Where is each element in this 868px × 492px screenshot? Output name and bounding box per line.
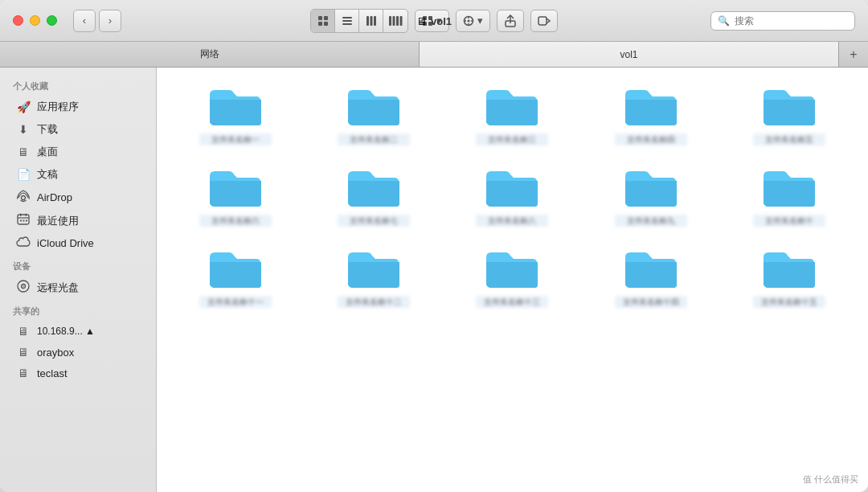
- file-item[interactable]: 文件夹名称十: [727, 165, 852, 227]
- file-item[interactable]: 文件夹名称六: [173, 165, 298, 227]
- file-item[interactable]: 文件夹名称十五: [727, 246, 852, 308]
- view-gallery-button[interactable]: [383, 10, 407, 32]
- svg-rect-7: [366, 16, 369, 26]
- svg-point-19: [468, 19, 470, 22]
- tag-button[interactable]: [530, 10, 558, 32]
- file-item[interactable]: 文件夹名称十二: [311, 246, 436, 308]
- sidebar-item-label: 下载: [37, 122, 58, 137]
- sidebar-item-documents[interactable]: 📄 文稿: [3, 163, 153, 186]
- file-label: 文件夹名称十四: [615, 296, 687, 308]
- svg-rect-11: [393, 16, 395, 26]
- view-grid-button[interactable]: [311, 10, 335, 32]
- minimize-button[interactable]: [30, 15, 40, 26]
- svg-rect-4: [342, 17, 352, 18]
- file-item[interactable]: 文件夹名称一: [173, 84, 298, 146]
- main-area: 个人收藏 🚀 应用程序 ⬇ 下载 🖥 桌面 📄 文稿: [0, 68, 868, 492]
- svg-rect-12: [396, 16, 399, 26]
- recents-icon: [16, 213, 31, 228]
- file-label: 文件夹名称九: [615, 215, 687, 227]
- toolbar-center: ▾ ▾: [310, 9, 558, 33]
- svg-rect-17: [428, 22, 432, 26]
- file-label: 文件夹名称十二: [338, 296, 410, 308]
- search-input[interactable]: [735, 15, 848, 27]
- sidebar-item-airdrop[interactable]: AirDrop: [3, 186, 153, 209]
- view-list-button[interactable]: [335, 10, 359, 32]
- file-item[interactable]: 文件夹名称三: [449, 84, 575, 146]
- search-box[interactable]: 🔍: [710, 11, 855, 31]
- sidebar-item-label: 应用程序: [37, 100, 79, 114]
- svg-rect-0: [318, 16, 322, 20]
- sidebar-item-label: 桌面: [37, 145, 58, 159]
- file-label: 文件夹名称五: [753, 133, 825, 146]
- remote-disk-icon: [16, 280, 31, 295]
- tab-network[interactable]: 网络: [0, 42, 420, 67]
- file-label: 文件夹名称十一: [199, 296, 272, 308]
- sidebar-item-label: 10.168.9... ▲: [37, 326, 95, 337]
- svg-rect-1: [324, 16, 328, 20]
- file-item[interactable]: 文件夹名称九: [588, 165, 714, 227]
- file-label: 文件夹名称一: [199, 133, 272, 146]
- file-item[interactable]: 文件夹名称十三: [449, 246, 575, 308]
- nav-buttons: ‹ ›: [73, 10, 121, 32]
- sidebar-item-label: teclast: [37, 367, 68, 379]
- sidebar-item-label: AirDrop: [37, 191, 72, 203]
- sidebar-item-desktop[interactable]: 🖥 桌面: [3, 141, 153, 163]
- svg-rect-3: [324, 22, 328, 26]
- svg-rect-15: [428, 16, 432, 20]
- action-chevron-icon: ▾: [477, 14, 483, 27]
- file-label: 文件夹名称二: [338, 133, 410, 146]
- svg-point-26: [22, 196, 26, 200]
- sidebar-item-shared3[interactable]: 🖥 teclast: [3, 363, 153, 383]
- tab-network-label: 网络: [200, 47, 219, 61]
- svg-rect-10: [389, 16, 391, 26]
- file-item[interactable]: 文件夹名称七: [311, 165, 436, 227]
- file-label: 文件夹名称八: [476, 215, 548, 227]
- sidebar-item-downloads[interactable]: ⬇ 下载: [3, 118, 153, 141]
- tab-vol1[interactable]: vol1: [420, 42, 839, 67]
- sidebar-item-icloud[interactable]: iCloud Drive: [3, 232, 153, 254]
- maximize-button[interactable]: [47, 15, 57, 26]
- sidebar-item-shared2[interactable]: 🖥 oraybox: [3, 342, 153, 363]
- svg-rect-31: [20, 220, 22, 222]
- sidebar-item-remote-disk[interactable]: 远程光盘: [3, 276, 153, 299]
- svg-rect-29: [26, 214, 27, 217]
- view-buttons: [310, 9, 408, 33]
- file-item[interactable]: 文件夹名称十四: [588, 246, 714, 308]
- svg-rect-5: [342, 20, 352, 22]
- view-options-dropdown[interactable]: ▾: [415, 10, 449, 32]
- sidebar-item-label: 最近使用: [37, 214, 79, 228]
- sidebar-item-shared1[interactable]: 🖥 10.168.9... ▲: [3, 321, 153, 342]
- airdrop-icon: [16, 190, 31, 205]
- chevron-down-icon: ▾: [436, 14, 442, 27]
- file-item[interactable]: 文件夹名称五: [727, 84, 852, 146]
- svg-point-36: [23, 285, 24, 287]
- watermark: 值 什么值得买: [803, 474, 858, 486]
- tab-add-button[interactable]: +: [839, 42, 868, 67]
- desktop-icon: 🖥: [16, 146, 31, 158]
- file-item[interactable]: 文件夹名称四: [588, 84, 714, 146]
- sidebar-item-recents[interactable]: 最近使用: [3, 209, 153, 232]
- share-button[interactable]: [497, 10, 524, 32]
- svg-rect-33: [26, 220, 27, 222]
- action-dropdown[interactable]: ▾: [456, 10, 490, 32]
- file-label: 文件夹名称十: [753, 215, 825, 227]
- svg-rect-25: [538, 17, 547, 25]
- sidebar-item-label: 文稿: [37, 167, 58, 182]
- sidebar-section-personal: 个人收藏: [0, 74, 156, 96]
- svg-rect-6: [342, 23, 352, 25]
- view-columns-button[interactable]: [359, 10, 383, 32]
- file-item[interactable]: 文件夹名称十一: [173, 246, 298, 308]
- sidebar-item-applications[interactable]: 🚀 应用程序: [3, 96, 153, 118]
- svg-rect-9: [374, 16, 376, 26]
- close-button[interactable]: [13, 15, 23, 26]
- back-icon: ‹: [83, 14, 86, 27]
- sidebar: 个人收藏 🚀 应用程序 ⬇ 下载 🖥 桌面 📄 文稿: [0, 68, 157, 492]
- file-grid: 文件夹名称一 文件夹名称二 文件夹名称三: [173, 84, 852, 308]
- svg-rect-8: [370, 16, 372, 26]
- file-item[interactable]: 文件夹名称二: [311, 84, 436, 146]
- back-button[interactable]: ‹: [73, 10, 96, 32]
- svg-rect-14: [423, 16, 427, 20]
- file-item[interactable]: 文件夹名称八: [449, 165, 575, 227]
- file-label: 文件夹名称四: [615, 133, 687, 146]
- forward-button[interactable]: ›: [99, 10, 121, 32]
